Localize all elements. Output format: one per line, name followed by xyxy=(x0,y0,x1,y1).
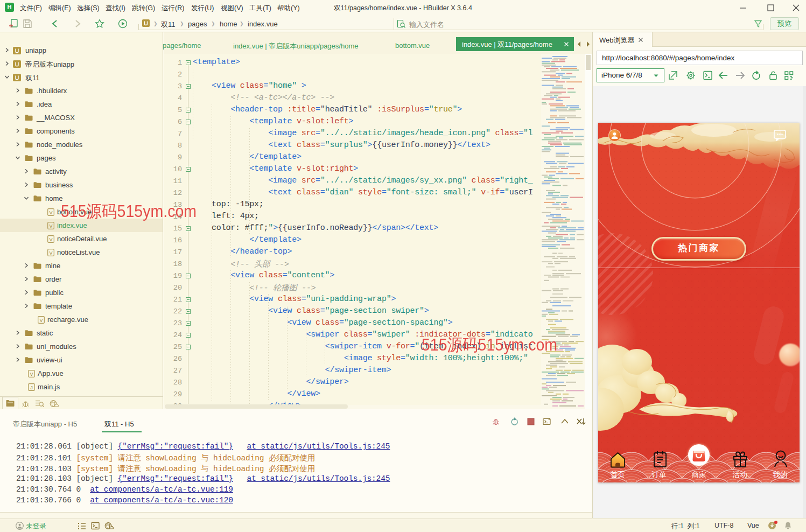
svg-text:V: V xyxy=(49,250,52,255)
svg-text:V: V xyxy=(30,371,33,376)
svg-text:V: V xyxy=(49,223,52,228)
svg-text:J: J xyxy=(30,384,33,390)
svg-text:V: V xyxy=(39,317,43,323)
svg-text:V: V xyxy=(49,209,52,215)
svg-text:V: V xyxy=(49,236,52,242)
